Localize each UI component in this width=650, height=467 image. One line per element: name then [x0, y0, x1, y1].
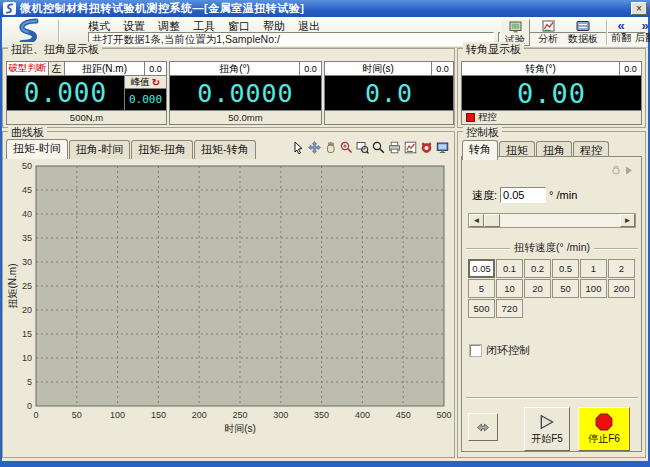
- zoom-window-icon[interactable]: [355, 140, 369, 154]
- svg-text:350: 350: [314, 410, 329, 420]
- closed-loop-checkbox[interactable]: [470, 345, 481, 356]
- zoom-icon[interactable]: [371, 140, 385, 154]
- speed-preset-grid: 0.050.10.20.5125102050100200500720: [466, 259, 638, 318]
- jog-button[interactable]: [468, 413, 498, 441]
- print-icon[interactable]: [387, 140, 401, 154]
- display-panel-group: 扭距、扭角显示板 破型判断 左 扭距(N.m) 0.0 0.000 峰值 ↻ 0…: [2, 48, 455, 128]
- next-icon: »: [641, 20, 648, 31]
- hand-icon[interactable]: [323, 140, 337, 154]
- databoard-button[interactable]: 数据板: [564, 19, 602, 46]
- torque-header: 扭距(N.m): [65, 62, 144, 75]
- torque-value: 0.000: [7, 76, 124, 110]
- svg-text:500: 500: [436, 410, 451, 420]
- svg-text:150: 150: [151, 410, 166, 420]
- svg-text:0: 0: [27, 401, 32, 411]
- control-tab[interactable]: 转角: [462, 140, 498, 160]
- svg-text:400: 400: [355, 410, 370, 420]
- curve-tabs: 扭矩-时间扭角-时间扭矩-扭角扭矩-转角: [6, 139, 257, 159]
- curve-tab[interactable]: 扭矩-转角: [194, 140, 256, 159]
- snapshot-icon[interactable]: [419, 140, 433, 154]
- curve-tab[interactable]: 扭矩-时间: [6, 139, 68, 159]
- time-range-label: [325, 110, 453, 124]
- speed-presets-title: 扭转速度(° /min): [466, 241, 638, 255]
- report-chart-icon[interactable]: [403, 140, 417, 154]
- speed-presets-group: 扭转速度(° /min) 0.050.10.20.512510205010020…: [466, 241, 638, 329]
- speed-preset-button[interactable]: 720: [496, 299, 523, 318]
- torque-header-value: 0.0: [144, 62, 166, 75]
- analysis-chart-icon: [542, 20, 555, 32]
- databoard-button-label: 数据板: [568, 32, 598, 46]
- analysis-button[interactable]: 分析: [534, 19, 562, 46]
- scrollbar-thumb[interactable]: [484, 214, 500, 227]
- speed-label: 速度:: [472, 188, 497, 203]
- angle-header: 扭角(°): [170, 62, 299, 75]
- zoom-in-icon[interactable]: [339, 140, 353, 154]
- speed-input[interactable]: [500, 187, 546, 203]
- prev-icon: «: [617, 20, 624, 31]
- angle-range-label: 50.0mm: [170, 110, 321, 124]
- curve-tab[interactable]: 扭角-时间: [69, 140, 131, 159]
- program-control-indicator-icon: [466, 113, 475, 122]
- angle-header-value: 0.0: [299, 62, 321, 75]
- jog-arrows-icon: [473, 421, 493, 434]
- closed-loop-row[interactable]: 闭环控制: [470, 343, 530, 358]
- speed-preset-button[interactable]: 5: [468, 279, 495, 298]
- speed-preset-button[interactable]: 500: [468, 299, 495, 318]
- app-window: 微机控制材料扭转试验机测控系统—[金属室温扭转试验] × 模式设置调整工具窗口帮…: [0, 0, 650, 467]
- speed-preset-button[interactable]: 0.5: [552, 259, 579, 278]
- stop-button[interactable]: 停止F6: [578, 407, 630, 451]
- speed-preset-button[interactable]: 0.05: [468, 259, 495, 278]
- svg-text:50: 50: [72, 410, 82, 420]
- chart-toolbar: [291, 140, 449, 154]
- next-button-label: 后翻: [635, 31, 650, 45]
- peak-column: 峰值 ↻ 0.000: [124, 76, 166, 110]
- pointer-icon[interactable]: [291, 140, 305, 154]
- scroll-right-icon[interactable]: ►: [620, 214, 635, 227]
- svg-text:20: 20: [22, 305, 32, 315]
- speed-preset-button[interactable]: 10: [496, 279, 523, 298]
- start-button-label: 开始F5: [531, 432, 563, 446]
- speed-preset-button[interactable]: 100: [580, 279, 607, 298]
- window-title: 微机控制材料扭转试验机测控系统—[金属室温扭转试验]: [20, 1, 304, 16]
- status-bar: 共打开数据1条,当前位置为1,SampleNo:/: [88, 32, 494, 46]
- curve-tab[interactable]: 扭矩-扭角: [131, 140, 193, 159]
- rotation-header-value: 0.0: [619, 62, 641, 75]
- svg-text:扭矩(N.m): 扭矩(N.m): [7, 264, 18, 309]
- svg-text:10: 10: [22, 353, 32, 363]
- svg-text:250: 250: [232, 410, 247, 420]
- speed-scrollbar[interactable]: ◄ ►: [468, 213, 636, 228]
- peak-refresh-icon[interactable]: ↻: [152, 78, 160, 87]
- curve-chart[interactable]: 0510152025303540455005010015020025030035…: [6, 160, 452, 456]
- program-control-label: 程控: [478, 111, 497, 124]
- speed-preset-button[interactable]: 2: [608, 259, 635, 278]
- scroll-left-icon[interactable]: ◄: [469, 214, 484, 227]
- speed-preset-button[interactable]: 1: [580, 259, 607, 278]
- rotation-display-unit: 转角(°) 0.0 0.00 程控: [461, 61, 642, 125]
- curve-panel-group: 曲线板 扭矩-时间扭角-时间扭矩-扭角扭矩-转角 051015202530354…: [2, 131, 455, 458]
- svg-text:200: 200: [192, 410, 207, 420]
- speed-preset-button[interactable]: 0.1: [496, 259, 523, 278]
- time-display-unit: 时间(s) 0.0 0.0: [324, 61, 454, 125]
- pan-icon[interactable]: [307, 140, 321, 154]
- start-button[interactable]: 开始F5: [524, 407, 570, 451]
- break-judgement-label: 破型判断: [7, 62, 49, 75]
- speed-preset-button[interactable]: 0.2: [524, 259, 551, 278]
- analysis-button-label: 分析: [538, 32, 558, 46]
- speed-preset-button[interactable]: 50: [552, 279, 579, 298]
- svg-text:15: 15: [22, 329, 32, 339]
- direction-button[interactable]: 左: [49, 62, 65, 75]
- lock-icon: [611, 165, 621, 175]
- control-panel-group-title: 控制板: [463, 125, 502, 140]
- play-icon: [538, 413, 556, 431]
- prev-button[interactable]: « 前翻: [610, 19, 632, 46]
- speed-preset-button[interactable]: 20: [524, 279, 551, 298]
- toolbar-separator-2: [606, 20, 607, 45]
- svg-text:100: 100: [110, 410, 125, 420]
- next-button[interactable]: » 后翻: [634, 19, 650, 46]
- close-button[interactable]: ×: [631, 2, 647, 15]
- monitor-icon[interactable]: [435, 140, 449, 154]
- control-tab-content: 速度: ° /min ◄ ► 扭转速度(° /min) 0.050.10.20.…: [461, 156, 642, 452]
- torque-display-unit: 破型判断 左 扭距(N.m) 0.0 0.000 峰值 ↻ 0.000 500N…: [6, 61, 167, 125]
- closed-loop-label: 闭环控制: [486, 343, 530, 358]
- speed-preset-button[interactable]: 200: [608, 279, 635, 298]
